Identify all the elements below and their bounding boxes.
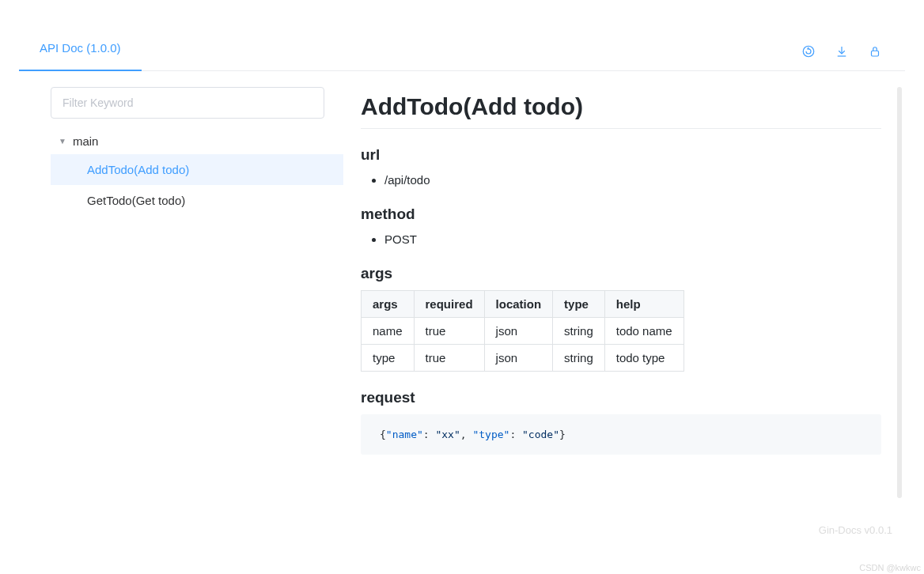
tab-api-doc[interactable]: API Doc (1.0.0)	[19, 25, 142, 70]
tree-root[interactable]: ▼ main	[51, 128, 343, 154]
filter-input[interactable]	[51, 87, 324, 119]
page-title: AddTodo(Add todo)	[361, 93, 881, 129]
table-cell: string	[553, 318, 605, 345]
th-location: location	[484, 291, 553, 318]
generator-label: Gin-Docs v0.0.1	[819, 524, 892, 536]
topbar-actions	[801, 43, 905, 70]
table-cell: type	[362, 345, 415, 372]
table-cell: name	[362, 318, 415, 345]
svg-rect-1	[872, 51, 879, 56]
tree-root-label: main	[73, 134, 99, 148]
th-type: type	[553, 291, 605, 318]
topbar: API Doc (1.0.0)	[19, 0, 905, 71]
table-cell: json	[484, 345, 553, 372]
tree-item-addtodo[interactable]: AddTodo(Add todo)	[51, 154, 343, 185]
th-required: required	[414, 291, 484, 318]
table-row: typetruejsonstringtodo type	[362, 345, 684, 372]
scrollbar[interactable]	[897, 87, 902, 498]
lock-icon[interactable]	[867, 43, 883, 59]
section-request-heading: request	[361, 389, 881, 406]
chevron-down-icon: ▼	[59, 137, 66, 145]
request-code: {"name": "xx", "type": "code"}	[361, 414, 881, 455]
tree-children: AddTodo(Add todo) GetTodo(Get todo)	[51, 154, 343, 216]
section-method-heading: method	[361, 206, 881, 223]
sidebar-tree: ▼ main AddTodo(Add todo) GetTodo(Get tod…	[51, 128, 343, 216]
args-table: args required location type help nametru…	[361, 290, 684, 372]
th-help: help	[604, 291, 684, 318]
tabs: API Doc (1.0.0)	[19, 25, 142, 70]
table-cell: true	[414, 345, 484, 372]
url-value: /api/todo	[384, 172, 881, 188]
section-args-heading: args	[361, 265, 881, 282]
watermark: CSDN @kwkwc	[859, 563, 921, 572]
refresh-icon[interactable]	[801, 43, 816, 59]
section-url-heading: url	[361, 146, 881, 164]
table-cell: true	[414, 318, 484, 345]
sidebar: ▼ main AddTodo(Add todo) GetTodo(Get tod…	[19, 71, 343, 555]
table-row: nametruejsonstringtodo name	[362, 318, 684, 345]
tree-item-gettodo[interactable]: GetTodo(Get todo)	[51, 185, 343, 216]
table-header-row: args required location type help	[362, 291, 684, 318]
main-content: AddTodo(Add todo) url /api/todo method P…	[343, 71, 905, 555]
table-cell: json	[484, 318, 553, 345]
th-args: args	[362, 291, 415, 318]
table-cell: todo type	[604, 345, 684, 372]
table-cell: todo name	[604, 318, 684, 345]
method-value: POST	[384, 231, 881, 247]
table-cell: string	[553, 345, 605, 372]
download-icon[interactable]	[834, 43, 850, 59]
